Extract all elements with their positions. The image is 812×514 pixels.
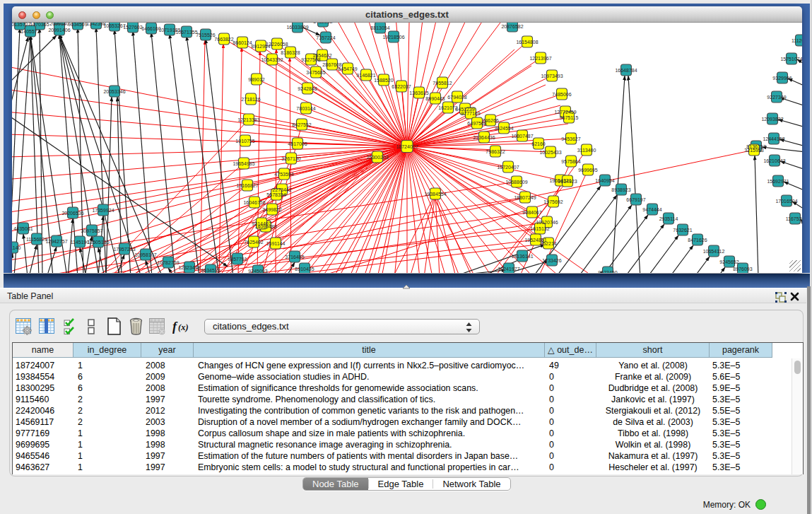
svg-text:9146821: 9146821 [356,73,375,78]
svg-text:19166827: 19166827 [236,183,258,188]
svg-text:20053346: 20053346 [103,89,125,94]
svg-text:15720407: 15720407 [497,165,519,170]
svg-text:15751074: 15751074 [780,57,802,62]
svg-text:3267130: 3267130 [281,156,300,161]
svg-text:2935114: 2935114 [659,216,678,221]
svg-text:9314407: 9314407 [252,221,271,226]
svg-text:10671355: 10671355 [175,30,197,35]
svg-text:9699695: 9699695 [578,168,597,173]
svg-text:4435061: 4435061 [13,226,33,231]
svg-text:19218506: 19218506 [382,35,404,40]
svg-text:10543392: 10543392 [261,57,283,62]
svg-text:10654112: 10654112 [703,249,725,254]
svg-text:1588520: 1588520 [374,78,393,83]
svg-text:7485006: 7485006 [552,92,571,97]
svg-text:18724007: 18724007 [396,144,418,149]
svg-text:7955812: 7955812 [433,81,452,86]
svg-text:7986322: 7986322 [486,149,505,154]
svg-text:9634509: 9634509 [68,23,87,27]
svg-text:20135727: 20135727 [12,23,31,27]
svg-text:17016504: 17016504 [775,199,797,204]
svg-text:9242848: 9242848 [298,86,317,91]
svg-text:7803144: 7803144 [296,106,315,111]
svg-text:6497568: 6497568 [467,121,486,126]
svg-text:16046756: 16046756 [243,200,265,205]
svg-text:6322037: 6322037 [392,84,411,89]
svg-text:25300203: 25300203 [366,155,388,160]
svg-text:20991406: 20991406 [48,28,70,33]
svg-text:16782759: 16782759 [157,260,179,265]
svg-text:2273442: 2273442 [272,187,291,192]
svg-text:4817006: 4817006 [288,141,307,146]
svg-text:8471626: 8471626 [688,238,707,243]
svg-text:2099140: 2099140 [49,23,69,26]
svg-text:21364436: 21364436 [473,135,495,140]
svg-text:16648784: 16648784 [615,68,637,73]
svg-text:16154808: 16154808 [516,40,538,45]
svg-text:10241977: 10241977 [498,267,519,271]
svg-text:1010755: 1010755 [235,139,254,144]
svg-text:20206536: 20206536 [61,211,83,216]
svg-text:9453627: 9453627 [561,136,580,141]
svg-text:8910435: 8910435 [295,267,314,271]
svg-text:8186328: 8186328 [281,50,300,55]
svg-text:(x): (x) [178,322,189,332]
svg-text:2718126: 2718126 [241,97,260,102]
svg-text:12323448: 12323448 [178,265,200,270]
svg-text:391140: 391140 [12,245,21,250]
svg-text:1554622: 1554622 [312,53,331,58]
svg-text:10807487: 10807487 [511,134,533,139]
svg-text:62160: 62160 [531,141,546,146]
svg-text:9857791: 9857791 [228,257,247,262]
svg-text:18807249: 18807249 [514,195,536,200]
svg-text:5678334: 5678334 [266,192,286,197]
svg-text:9227349: 9227349 [767,95,786,100]
svg-text:13226058: 13226058 [266,42,288,47]
svg-text:9675115: 9675115 [560,115,579,120]
svg-text:17957253: 17957253 [113,247,135,252]
svg-text:1167530: 1167530 [786,216,802,221]
svg-text:3624554: 3624554 [494,126,513,131]
svg-text:f: f [172,320,178,334]
svg-text:12093822: 12093822 [761,117,783,122]
svg-text:12942757: 12942757 [45,239,67,244]
svg-text:7625402: 7625402 [244,240,263,245]
svg-text:8427552: 8427552 [292,122,311,127]
svg-text:8976093: 8976093 [733,267,752,271]
svg-text:989012: 989012 [248,77,264,82]
svg-text:19384554: 19384554 [424,192,446,197]
svg-text:9084067: 9084067 [522,210,541,215]
svg-text:11156829: 11156829 [26,237,47,242]
svg-text:10653267: 10653267 [103,23,125,28]
svg-text:1615132: 1615132 [530,226,549,231]
svg-text:3113400: 3113400 [577,148,596,153]
svg-text:6794028: 6794028 [447,95,466,100]
svg-text:7357224: 7357224 [316,35,335,40]
svg-text:9329966: 9329966 [772,76,792,81]
svg-text:1527602: 1527602 [123,25,142,30]
svg-text:8660124: 8660124 [233,40,252,45]
svg-text:4753594: 4753594 [274,172,293,177]
svg-text:3716485: 3716485 [285,255,304,259]
svg-text:252214: 252214 [540,241,556,246]
svg-text:9814923: 9814923 [558,179,577,184]
svg-text:1363615: 1363615 [409,90,428,95]
svg-text:9634513: 9634513 [201,268,220,273]
svg-text:7515526: 7515526 [196,33,215,37]
svg-text:12213383: 12213383 [237,117,259,122]
svg-text:12444158: 12444158 [763,136,784,141]
svg-text:3215953: 3215953 [744,148,763,153]
svg-text:20876582: 20876582 [501,24,523,29]
svg-text:6679197: 6679197 [626,197,645,202]
svg-text:19654985: 19654985 [233,161,254,166]
svg-text:10025433: 10025433 [539,150,561,155]
svg-text:10973493: 10973493 [541,74,563,78]
svg-text:9523450: 9523450 [598,270,617,274]
svg-text:1112040: 1112040 [792,38,802,43]
svg-text:8412862: 8412862 [313,23,332,24]
svg-text:10688609: 10688609 [505,180,527,185]
svg-text:1733426: 1733426 [542,258,561,263]
svg-text:9474444: 9474444 [642,207,661,212]
svg-text:7632621: 7632621 [673,228,692,233]
svg-text:7663822: 7663822 [214,37,233,42]
